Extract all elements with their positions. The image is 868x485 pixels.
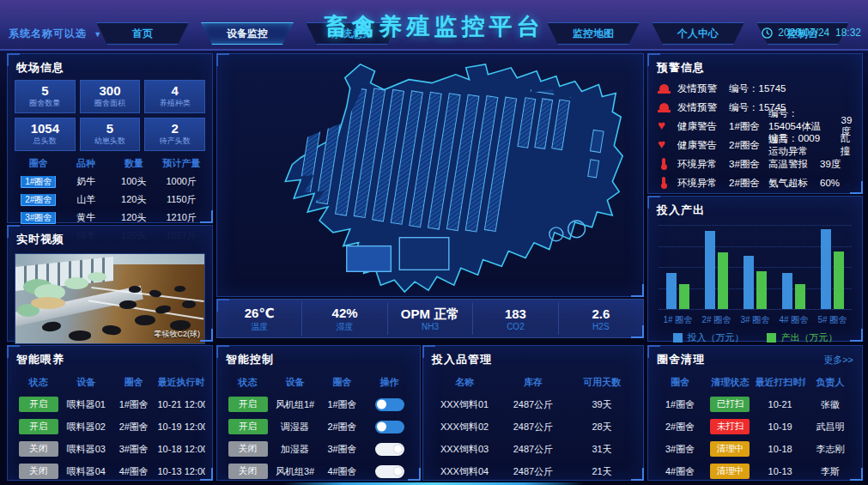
cell: XXX饲料02: [430, 421, 499, 433]
table-row: 2#圈舍未打扫10-19武昌明: [655, 415, 855, 438]
pen-tag: 2#圈舍: [21, 194, 56, 206]
bar: [782, 273, 792, 309]
status-badge: 开启: [228, 397, 268, 412]
bar: [705, 231, 715, 309]
pen-tag: 1#圈舍: [21, 176, 56, 188]
cell: 奶牛: [63, 175, 111, 188]
status-badge: 开启: [19, 419, 58, 434]
status-badge: 清理中: [710, 464, 750, 479]
cell: 1#圈舍: [655, 398, 705, 411]
bar: [666, 273, 677, 309]
cell: [366, 443, 413, 456]
cell: 未打扫: [705, 419, 755, 434]
tab-device-monitor[interactable]: 设备监控: [201, 22, 294, 45]
cell: 关闭: [224, 464, 271, 479]
env-sensor-bar: 26℃温度 42%湿度 OPM 正常NH3 183CO2 2.6H2S: [216, 299, 644, 338]
feed-pile: [31, 297, 65, 309]
cell: 10-21 12:00: [158, 399, 206, 409]
table-header-row: 圈舍清理状态最近打扫时间负责人: [655, 371, 855, 393]
legend-swatch: [767, 333, 776, 343]
panel-title: 实时视频: [8, 226, 212, 251]
stat-card: 5幼崽头数: [80, 118, 141, 151]
more-link[interactable]: 更多>>: [823, 354, 853, 367]
bar-group: [782, 225, 805, 309]
cell: 1#圈舍: [319, 398, 366, 411]
cell: 3#圈舍: [110, 443, 158, 456]
cell: 喂料器04: [63, 465, 111, 478]
cell: 1150斤: [158, 193, 206, 206]
io-chart: 1# 圈舍2# 圈舍3# 圈舍4# 圈舍5# 圈舍 投入（万元）产出（万元）: [648, 221, 862, 344]
cell: 2#圈舍: [110, 421, 158, 433]
toggle-switch[interactable]: [375, 465, 404, 478]
status-badge: 已打扫: [710, 397, 750, 412]
toggle-switch[interactable]: [375, 398, 404, 411]
column-header: 设备: [271, 376, 319, 389]
cell: XXX饲料01: [430, 398, 499, 411]
cell: 2487公斤: [499, 421, 568, 433]
toggle-switch[interactable]: [375, 443, 404, 456]
system-name-select[interactable]: 系统名称可以选 ▼: [9, 27, 102, 41]
bar-group: [744, 225, 767, 309]
status-badge: 关闭: [19, 441, 58, 457]
legend-swatch: [673, 333, 683, 343]
page-title: 畜禽养殖监控平台: [325, 11, 544, 42]
bar-group: [705, 225, 728, 309]
farm-stats: 5圈舍数量 300圈舍面积 4养殖种类 1054总头数 5幼崽头数 2待产头数: [8, 79, 212, 155]
x-tick-label: 2# 圈舍: [702, 314, 731, 326]
bar: [795, 284, 805, 309]
table-header-row: 状态设备圈舍操作: [224, 371, 413, 393]
column-header: 数量: [110, 157, 158, 170]
tab-home[interactable]: 首页: [96, 22, 189, 45]
column-header: 圈舍: [319, 376, 366, 389]
supplies-panel: 投入品管理 名称库存可用天数XXX饲料012487公斤39天XXX饲料02248…: [422, 345, 644, 481]
cell: 120头: [110, 193, 158, 206]
stat-card: 1054总头数: [15, 118, 76, 151]
smart-feeding-table: 状态设备圈舍最近执行时间开启喂料器011#圈舍10-21 12:00开启喂料器0…: [8, 371, 212, 485]
cell: 山羊: [63, 193, 111, 206]
column-header: 负责人: [805, 376, 855, 389]
legend-label: 投入（万元）: [688, 331, 744, 344]
smart-control-table: 状态设备圈舍操作开启风机组1#1#圈舍开启调湿器2#圈舍关闭加湿器3#圈舍关闭风…: [217, 371, 420, 485]
table-header-row: 圈舍品种数量预计产量: [15, 155, 205, 173]
video-feed[interactable]: 零犊牧C2(球): [15, 253, 205, 344]
toggle-switch[interactable]: [375, 421, 404, 433]
env-h2s: 2.6H2S: [558, 302, 643, 335]
live-video-panel: 实时视频 零犊牧C2(球): [7, 225, 213, 342]
cleaning-table: 圈舍清理状态最近打扫时间负责人1#圈舍已打扫10-21张徽2#圈舍未打扫10-1…: [648, 371, 862, 485]
cow: [102, 324, 122, 336]
panel-title: 智能喂养: [8, 346, 212, 371]
cell: 关闭: [15, 441, 63, 457]
cell: [366, 398, 413, 411]
legend-label: 产出（万元）: [781, 331, 838, 344]
farm-map[interactable]: [217, 54, 643, 296]
column-header: 清理状态: [705, 376, 755, 389]
tab-personal-center[interactable]: 个人中心: [652, 22, 744, 45]
cell: 120头: [110, 211, 158, 224]
cell: 调湿器: [271, 421, 319, 433]
cow: [69, 330, 91, 341]
column-header: 名称: [430, 376, 499, 389]
cell: XXX饲料03: [430, 443, 499, 456]
legend-item: 产出（万元）: [767, 331, 838, 344]
table-row: 1#圈舍奶牛100头1000斤: [15, 173, 205, 191]
cell: 100头: [110, 175, 158, 188]
cell: 关闭: [15, 464, 63, 479]
column-header: 操作: [366, 376, 413, 389]
x-tick-label: 5# 圈舍: [818, 314, 847, 326]
cow: [182, 300, 196, 308]
table-row: 3#圈舍清理中10-18李志刚: [655, 438, 855, 460]
cell: 2487公斤: [499, 465, 568, 478]
datetime: 2020/07/24 18:32: [762, 27, 861, 39]
cell: 1#圈舍: [110, 398, 158, 411]
table-row: XXX饲料032487公斤31天: [430, 438, 636, 460]
cell: 喂料器02: [63, 421, 111, 433]
table-header-row: 状态设备圈舍最近执行时间: [15, 371, 205, 393]
column-header: 状态: [224, 376, 271, 389]
tab-monitor-map[interactable]: 监控地图: [547, 22, 640, 45]
farm-map-panel: [216, 53, 644, 297]
cell: 清理中: [705, 464, 755, 479]
status-badge: 关闭: [19, 464, 58, 479]
panel-title: 智能控制: [217, 346, 420, 371]
panel-title: 预警信息: [648, 54, 862, 79]
smart-control-panel: 智能控制 状态设备圈舍操作开启风机组1#1#圈舍开启调湿器2#圈舍关闭加湿器3#…: [216, 345, 421, 481]
